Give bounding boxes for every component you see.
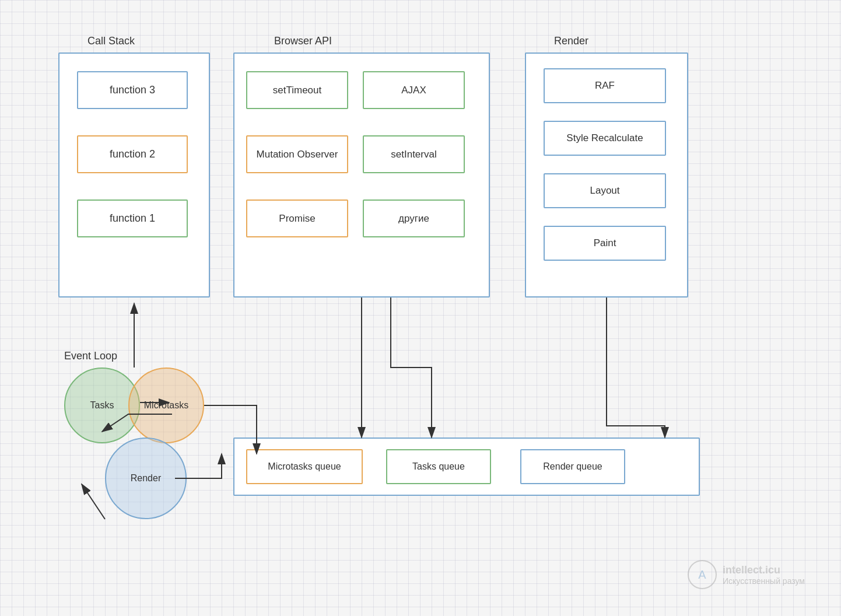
microtasks-circle: Microtasks (128, 368, 204, 443)
render-container: RAF Style Recalculate Layout Paint (525, 52, 688, 298)
tasks-queue: Tasks queue (386, 449, 491, 484)
render-layout: Layout (544, 173, 666, 208)
browserapi-container: setTimeout AJAX Mutation Observer setInt… (233, 52, 490, 298)
diagram-container: Call Stack Browser API Render Event Loop… (35, 18, 805, 595)
browserapi-promise: Promise (246, 200, 348, 237)
browserapi-mutationobserver: Mutation Observer (246, 135, 348, 173)
watermark-logo: A (688, 560, 717, 589)
render-style-recalculate: Style Recalculate (544, 121, 666, 156)
browserapi-ajax: AJAX (363, 71, 465, 109)
browserapi-setInterval: setInterval (363, 135, 465, 173)
callstack-item-function1: function 1 (77, 200, 188, 237)
render-circle: Render (105, 438, 187, 519)
callstack-item-function3: function 3 (77, 71, 188, 109)
render-paint: Paint (544, 226, 666, 261)
queue-container: Microtasks queue Tasks queue Render queu… (233, 438, 700, 496)
render-queue: Render queue (520, 449, 625, 484)
watermark: A intellect.icu Искусственный разум (688, 560, 805, 589)
callstack-label: Call Stack (87, 35, 135, 47)
browserapi-other: другие (363, 200, 465, 237)
browserapi-setTimeout: setTimeout (246, 71, 348, 109)
callstack-container: function 3 function 2 function 1 (58, 52, 210, 298)
render-raf: RAF (544, 68, 666, 103)
callstack-item-function2: function 2 (77, 135, 188, 173)
watermark-text: intellect.icu Искусственный разум (723, 564, 805, 586)
svg-line-4 (82, 484, 105, 519)
microtasks-queue: Microtasks queue (246, 449, 363, 484)
browserapi-label: Browser API (274, 35, 332, 47)
eventloop-label: Event Loop (64, 350, 117, 362)
render-label: Render (554, 35, 588, 47)
